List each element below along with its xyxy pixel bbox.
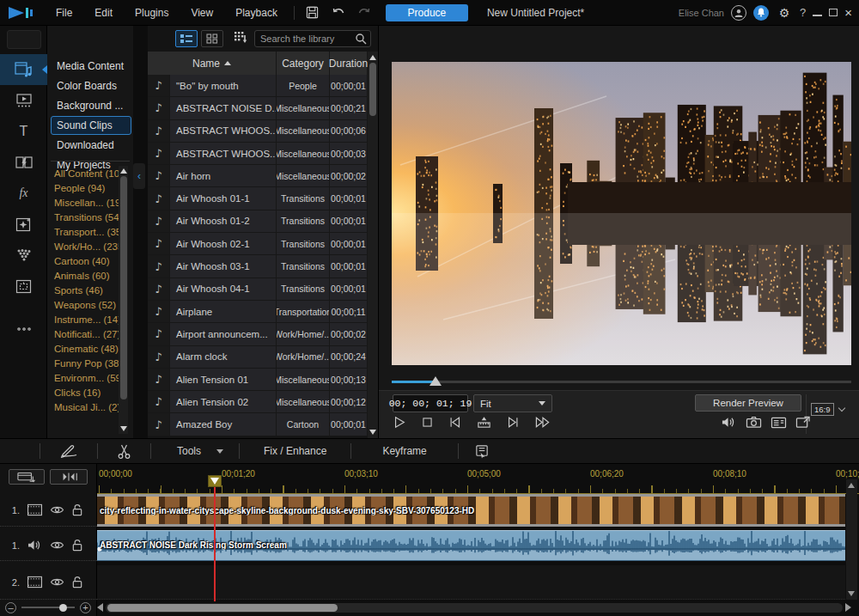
scroll-up-arrow[interactable] [120,168,127,174]
library-nav-item[interactable]: Background ... [51,96,131,115]
track-lock-icon[interactable] [71,576,83,589]
track-header[interactable]: 1. [0,530,97,561]
scroll-down-arrow[interactable] [848,591,855,596]
category-item[interactable]: People (94) [51,180,121,195]
playhead-marker[interactable] [208,475,222,487]
scroll-up-arrow[interactable] [369,55,376,60]
particle-effect-tab[interactable] [0,240,47,271]
table-row[interactable]: ♪ Air Whoosh 02-1 Transitions 00;00;01 [148,233,378,255]
media-room-tab[interactable] [0,54,47,85]
track-visibility-eye-icon[interactable] [50,576,64,588]
aspect-ratio-dropdown[interactable]: 16:9 [811,403,844,416]
category-item[interactable]: Sports (46) [51,283,121,297]
table-row[interactable]: ♪ Amazed Boy Cartoon 00;00;01 [148,413,378,436]
category-item[interactable]: All Content (101 [51,166,121,180]
table-row[interactable]: ♪ ABSTRACT NOISE D... Miscellaneous 00;0… [148,97,378,119]
more-rooms-button[interactable] [0,314,47,345]
play-button[interactable] [393,415,406,430]
title-room-tab[interactable]: T [0,116,47,147]
category-item[interactable]: Animals (60) [51,268,121,283]
library-nav-item[interactable]: Media Content [51,57,131,76]
menu-item[interactable]: View [180,0,224,26]
empty-track-lane[interactable] [97,565,845,600]
table-row[interactable]: ♪ ABSTRACT WHOOS... Miscellaneous 00;00;… [148,143,378,165]
pip-designer-tab[interactable] [0,271,47,302]
column-header-name[interactable]: Name [148,52,277,75]
preview-quality-icon[interactable] [771,416,787,430]
zoom-out-button[interactable]: – [5,602,16,613]
column-header-category[interactable]: Category [277,52,330,75]
design-pen-icon[interactable] [40,443,97,459]
category-item[interactable]: Miscellan... (191) [51,195,121,210]
category-item[interactable]: Funny Pop (38) [51,356,121,370]
video-clip[interactable]: city-reflecting-in-water-cityscape-skyli… [97,497,845,524]
search-input[interactable] [254,30,371,47]
scroll-down-arrow[interactable] [369,430,376,435]
track-lock-icon[interactable] [71,539,83,552]
category-item[interactable]: Cinematic (48) [51,341,121,356]
split-scissors-icon[interactable] [98,443,150,460]
track-manager-button[interactable] [9,469,45,485]
table-row[interactable]: ♪ Airplane Transportation 00;00;11 [148,301,378,323]
column-header-duration[interactable]: Duration [330,52,368,75]
table-row[interactable]: ♪ Air Whoosh 01-1 Transitions 00;00;01 [148,187,378,210]
settings-gear-icon[interactable]: ⚙ [776,4,793,21]
category-item[interactable]: Weapons (52) [51,297,121,312]
stop-button[interactable] [421,415,434,430]
table-row[interactable]: ♪ ABSTRACT WHOOS... Miscellaneous 00;00;… [148,120,378,143]
table-row[interactable]: ♪ Air Whoosh 03-1 Transitions 00;00;01 [148,255,378,278]
video-preview[interactable] [392,62,851,365]
library-nav-item[interactable]: Color Boards [51,76,131,95]
table-row[interactable]: ♪ "Bo" by mouth People 00;00;01 [148,75,378,97]
snapshot-camera-icon[interactable] [746,415,762,430]
panel-select-icon[interactable] [459,444,505,459]
category-item[interactable]: Musical Ji... (2) [51,399,121,414]
scrollbar-track[interactable] [106,603,843,613]
previous-frame-button[interactable] [448,415,462,430]
category-item[interactable]: Transport... (35) [51,224,121,239]
search-icon[interactable] [355,33,367,45]
menu-item[interactable]: Edit [83,0,124,26]
scroll-up-arrow[interactable] [848,483,855,488]
table-scrollbar[interactable] [368,52,378,438]
fast-forward-button[interactable] [534,415,551,430]
list-view-button[interactable] [175,30,198,47]
keyframe-button[interactable]: Keyframe [351,445,457,457]
library-nav-item[interactable]: Sound Clips [51,116,131,135]
category-item[interactable]: Instrume... (14) [51,312,121,326]
fix-enhance-button[interactable]: Fix / Enhance [240,445,350,457]
playhead-line[interactable] [214,487,216,601]
category-scrollbar[interactable] [119,166,128,434]
table-row[interactable]: ♪ Air horn Miscellaneous 00;00;02 [148,165,378,187]
library-menu-button[interactable] [7,30,41,49]
table-row[interactable]: ♪ Airport announcem... Work/Home/... 00;… [148,323,378,345]
menu-item[interactable]: File [45,0,83,26]
zoom-slider[interactable] [21,607,75,608]
timecode-display[interactable]: 00; 00; 01; 19 [393,394,468,412]
next-frame-button[interactable] [506,415,520,430]
category-item[interactable]: Work/Ho... (235) [51,239,121,253]
undo-icon[interactable] [330,4,347,21]
track-header[interactable]: 1. [0,494,97,527]
overlay-room-tab[interactable] [0,85,47,116]
track-header[interactable]: 2. [0,565,97,600]
menu-item[interactable]: Playback [224,0,289,26]
close-button[interactable]: × [844,8,852,18]
scroll-left-arrow[interactable] [97,603,103,612]
range-select-button[interactable] [50,469,88,485]
grid-view-button[interactable] [201,30,223,47]
table-row[interactable]: ♪ Alien Tension 01 Miscellaneous 00;00;1… [148,369,378,391]
table-row[interactable]: ♪ Alarm clock Work/Home/... 00;00;24 [148,346,378,369]
seek-track[interactable] [392,381,851,383]
category-item[interactable]: Notificati... (27) [51,326,121,341]
sort-options-icon[interactable] [234,31,247,47]
scroll-right-arrow[interactable] [845,603,851,612]
track-lock-icon[interactable] [71,503,83,516]
track-visibility-eye-icon[interactable] [50,540,64,551]
maximize-button[interactable] [829,9,838,16]
category-item[interactable]: Cartoon (40) [51,253,121,268]
seek-bar[interactable] [392,376,851,387]
account-avatar-icon[interactable] [731,5,746,21]
zoom-fit-dropdown[interactable]: Fit [473,394,552,412]
timeline-vertical-scrollbar[interactable] [846,479,857,600]
